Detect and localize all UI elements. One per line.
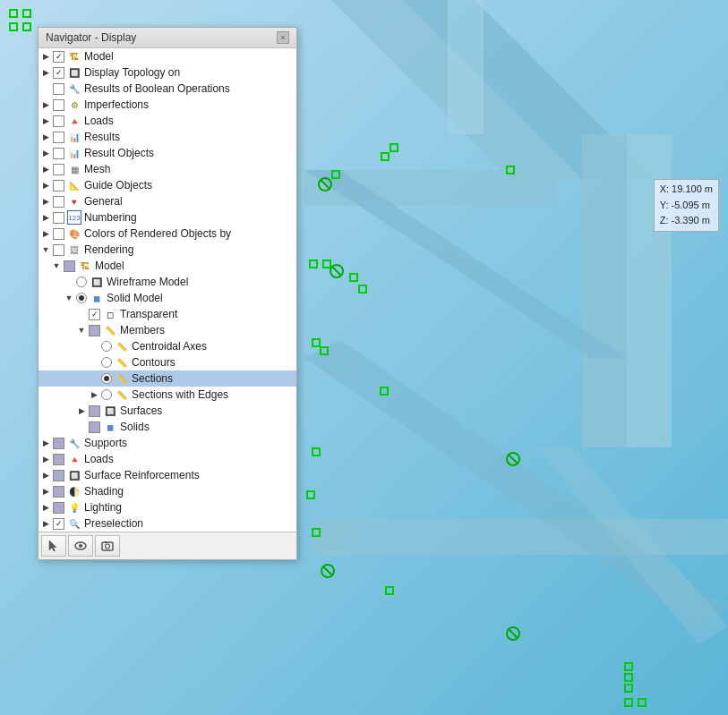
tree-item-bool-ops[interactable]: 🔧 Results of Boolean Operations (39, 81, 296, 97)
tree-item-lighting[interactable]: 💡 Lighting (39, 499, 296, 515)
coord-z: Z: -3.390 m (660, 213, 713, 229)
tree-item-rendering[interactable]: 🖼 Rendering (39, 242, 296, 258)
radio-solid-model[interactable] (76, 293, 87, 303)
cb-loads[interactable] (53, 454, 64, 465)
circle-marker (506, 626, 520, 641)
cb-lighting[interactable] (53, 502, 64, 514)
green-marker (506, 166, 515, 174)
icon-sections: 📏 (115, 371, 129, 386)
tree-item-numbering[interactable]: 123 Numbering (39, 209, 296, 226)
svg-point-13 (79, 544, 82, 548)
cb-display-topology[interactable] (53, 67, 64, 79)
toggle-mesh[interactable] (40, 164, 51, 174)
close-button[interactable]: × (277, 31, 289, 44)
radio-sections[interactable] (101, 373, 112, 384)
cb-surfaces[interactable] (89, 405, 100, 417)
toggle-loads-top[interactable] (40, 115, 51, 126)
tree-item-general[interactable]: ♥ General (39, 193, 296, 209)
tree-item-sections[interactable]: 📏 Sections (39, 370, 296, 387)
toggle-result-objects[interactable] (40, 148, 51, 158)
cb-numbering[interactable] (53, 212, 64, 224)
radio-wireframe[interactable] (76, 277, 87, 287)
tree-item-solid-model[interactable]: ◼ Solid Model (39, 290, 296, 306)
radio-contours[interactable] (101, 357, 112, 368)
cb-supports[interactable] (53, 438, 64, 449)
label-general: General (84, 195, 123, 208)
cb-loads-top[interactable] (53, 115, 64, 127)
cb-bool-ops[interactable] (53, 83, 64, 95)
toolbar-cursor-button[interactable] (41, 535, 66, 557)
toggle-model[interactable] (40, 51, 51, 62)
cb-guide-objects[interactable] (53, 180, 64, 192)
tree-item-colors[interactable]: 🎨 Colors of Rendered Objects by (39, 226, 296, 242)
toggle-lighting[interactable] (40, 502, 51, 513)
tree-item-r-model[interactable]: 🏗 Model (39, 258, 296, 274)
cb-preselection[interactable] (53, 518, 64, 530)
cb-solids[interactable] (89, 421, 100, 433)
panel-titlebar[interactable]: Navigator - Display × (39, 28, 296, 48)
cb-mesh[interactable] (53, 164, 64, 175)
toggle-display-topology[interactable] (40, 67, 51, 78)
label-surfaces: Surfaces (120, 404, 162, 417)
tree-item-solids[interactable]: ◼ Solids (39, 419, 296, 435)
cb-colors[interactable] (53, 228, 64, 240)
toggle-numbering[interactable] (40, 212, 51, 223)
tree-item-centroidal[interactable]: 📏 Centroidal Axes (39, 338, 296, 354)
toggle-preselection[interactable] (40, 518, 51, 529)
tree-item-surf-reinf[interactable]: 🔲 Surface Reinforcements (39, 467, 296, 483)
tree-item-model[interactable]: 🏗 Model (39, 48, 296, 64)
toolbar-view-button[interactable] (68, 535, 93, 557)
tree-item-wireframe[interactable]: 🔲 Wireframe Model (39, 274, 296, 290)
tree-item-surfaces[interactable]: 🔲 Surfaces (39, 403, 296, 419)
tree-item-preselection[interactable]: 🔍 Preselection (39, 515, 296, 532)
cb-transparent[interactable] (89, 309, 100, 320)
tree-item-imperfections[interactable]: ⚙ Imperfections (39, 97, 296, 113)
tree-item-supports[interactable]: 🔧 Supports (39, 435, 296, 451)
cb-shading[interactable] (53, 486, 64, 498)
tree-item-transparent[interactable]: ◻ Transparent (39, 306, 296, 322)
panel-content[interactable]: 🏗 Model 🔲 Display Topology on 🔧 Results … (39, 48, 296, 532)
tree-item-sections-edges[interactable]: 📏 Sections with Edges (39, 387, 296, 403)
cb-model[interactable] (53, 51, 64, 63)
cb-r-model[interactable] (64, 260, 75, 272)
radio-centroidal[interactable] (101, 341, 112, 352)
toggle-solid-model[interactable] (64, 293, 74, 303)
cb-general[interactable] (53, 196, 64, 208)
tree-item-shading[interactable]: 🌓 Shading (39, 483, 296, 499)
tree-item-loads-top[interactable]: 🔺 Loads (39, 113, 296, 129)
tree-item-mesh[interactable]: ▦ Mesh (39, 161, 296, 177)
tree-item-result-objects[interactable]: 📊 Result Objects (39, 145, 296, 161)
toggle-surfaces[interactable] (76, 405, 87, 416)
cb-results[interactable] (53, 132, 64, 143)
icon-supports: 🔧 (67, 436, 81, 450)
toggle-rendering[interactable] (40, 244, 51, 255)
cb-rendering[interactable] (53, 244, 64, 256)
camera-icon (100, 539, 115, 553)
cb-members[interactable] (89, 325, 100, 336)
cb-surf-reinf[interactable] (53, 470, 64, 481)
toggle-surf-reinf[interactable] (40, 470, 51, 481)
tree-item-members[interactable]: 📏 Members (39, 322, 296, 338)
icon-shading: 🌓 (67, 484, 81, 498)
cb-imperfections[interactable] (53, 99, 64, 111)
toggle-shading[interactable] (40, 486, 51, 497)
tree-item-loads[interactable]: 🔺 Loads (39, 451, 296, 467)
toggle-members[interactable] (76, 325, 87, 336)
cb-result-objects[interactable] (53, 148, 64, 159)
toggle-r-model[interactable] (51, 260, 62, 271)
tree-item-guide-objects[interactable]: 📐 Guide Objects (39, 177, 296, 193)
tree-item-results[interactable]: 📊 Results (39, 129, 296, 145)
radio-sections-edges[interactable] (101, 389, 112, 400)
toggle-results[interactable] (40, 132, 51, 142)
toggle-general[interactable] (40, 196, 51, 207)
toggle-contours (89, 357, 99, 368)
toggle-loads[interactable] (40, 454, 51, 464)
toggle-colors[interactable] (40, 228, 51, 239)
toggle-guide-objects[interactable] (40, 180, 51, 191)
toggle-sections-edges[interactable] (89, 389, 99, 400)
toggle-imperfections[interactable] (40, 99, 51, 110)
toggle-supports[interactable] (40, 438, 51, 448)
tree-item-display-topology[interactable]: 🔲 Display Topology on (39, 64, 296, 81)
tree-item-contours[interactable]: 📏 Contours (39, 354, 296, 370)
toolbar-animation-button[interactable] (95, 535, 120, 557)
